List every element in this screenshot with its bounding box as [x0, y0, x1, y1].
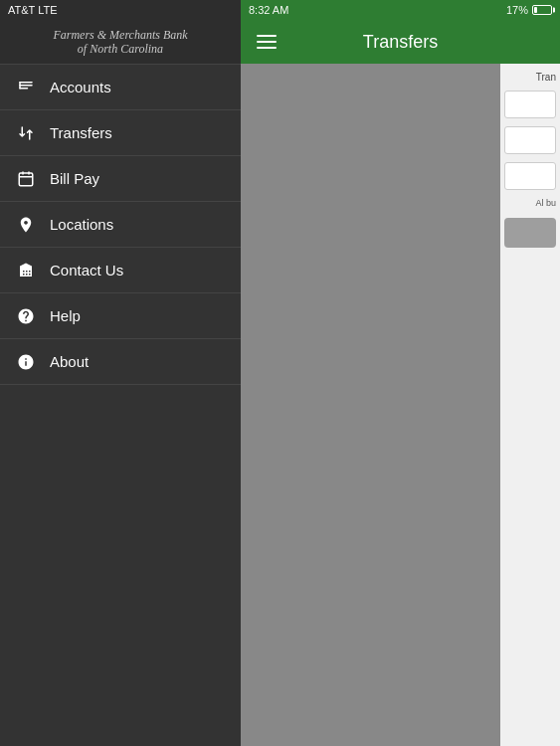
- contact-label: Contact Us: [50, 262, 123, 279]
- transfers-field-1[interactable]: [504, 91, 556, 118]
- building-icon: [16, 261, 36, 280]
- logo-text: Farmers & Merchants Bank of North Caroli…: [53, 28, 187, 57]
- logo-line1: Farmers & Merchants Bank: [53, 28, 187, 42]
- status-bar-left: AT&T LTE: [0, 0, 241, 20]
- question-icon: [16, 306, 36, 326]
- top-bar: Transfers: [241, 20, 560, 64]
- gray-area: [241, 64, 500, 746]
- billpay-label: Bill Pay: [50, 170, 99, 187]
- hamburger-line-1: [257, 35, 277, 37]
- status-bar: AT&T LTE 8:32 AM 17%: [0, 0, 560, 20]
- main-content: Transfers Tran Al bu: [241, 20, 560, 746]
- sidebar-item-locations[interactable]: Locations: [0, 202, 241, 248]
- battery-icon: [532, 5, 552, 15]
- sidebar-item-help[interactable]: Help: [0, 293, 241, 339]
- transfers-field-3[interactable]: [504, 162, 556, 190]
- battery-fill: [534, 7, 537, 13]
- svg-rect-3: [19, 82, 21, 90]
- transfers-panel-header: Tran: [504, 72, 556, 83]
- battery-text: 17%: [506, 4, 528, 16]
- hamburger-line-3: [257, 47, 277, 49]
- sidebar-item-contact[interactable]: Contact Us: [0, 248, 241, 293]
- list-icon: [16, 78, 36, 97]
- menu-button[interactable]: [257, 35, 277, 49]
- carrier-text: AT&T LTE: [8, 4, 58, 16]
- svg-rect-1: [19, 85, 33, 87]
- calendar-icon: [16, 169, 36, 189]
- transfers-note: Al bu: [504, 198, 556, 210]
- sidebar-item-billpay[interactable]: Bill Pay: [0, 156, 241, 202]
- time-text: 8:32 AM: [249, 4, 288, 16]
- svg-rect-4: [19, 173, 33, 186]
- status-icons: 17%: [506, 4, 552, 16]
- logo-line2: of North Carolina: [78, 42, 163, 56]
- sidebar-item-accounts[interactable]: Accounts: [0, 65, 241, 110]
- status-bar-right: 8:32 AM 17%: [241, 0, 560, 20]
- info-icon: [16, 352, 36, 372]
- accounts-label: Accounts: [50, 79, 111, 95]
- page-title: Transfers: [292, 32, 508, 53]
- svg-rect-0: [19, 82, 33, 84]
- about-label: About: [50, 353, 89, 370]
- hamburger-line-2: [257, 41, 277, 43]
- sidebar-logo: Farmers & Merchants Bank of North Caroli…: [0, 20, 241, 65]
- transfers-field-2[interactable]: [504, 126, 556, 154]
- transfers-label: Transfers: [50, 124, 112, 141]
- transfers-submit-button[interactable]: [504, 218, 556, 248]
- sidebar-item-about[interactable]: About: [0, 339, 241, 385]
- sidebar-nav: Accounts Transfers Bill Pay: [0, 65, 241, 746]
- locations-label: Locations: [50, 216, 113, 233]
- pin-icon: [16, 215, 36, 235]
- sidebar-item-transfers[interactable]: Transfers: [0, 110, 241, 156]
- transfers-panel: Tran Al bu: [500, 64, 560, 746]
- sidebar: Farmers & Merchants Bank of North Caroli…: [0, 20, 241, 746]
- help-label: Help: [50, 307, 81, 324]
- transfer-icon: [16, 123, 36, 143]
